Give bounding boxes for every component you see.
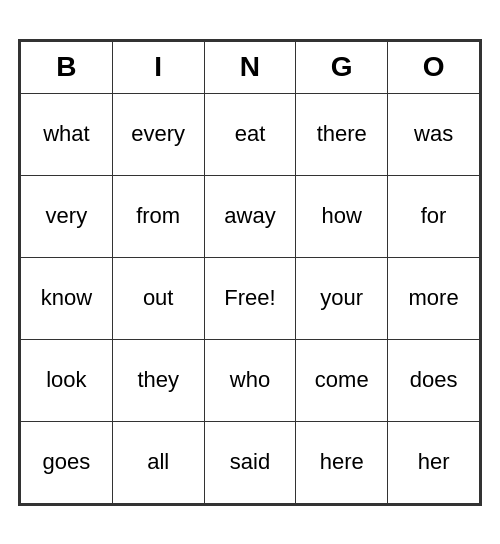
table-row: knowoutFree!yourmore xyxy=(21,257,480,339)
table-cell: here xyxy=(296,421,388,503)
table-row: whateveryeattherewas xyxy=(21,93,480,175)
table-cell: more xyxy=(388,257,480,339)
table-cell: look xyxy=(21,339,113,421)
table-cell: said xyxy=(204,421,296,503)
table-cell: there xyxy=(296,93,388,175)
table-cell: eat xyxy=(204,93,296,175)
table-cell: come xyxy=(296,339,388,421)
header-o: O xyxy=(388,41,480,93)
table-cell: who xyxy=(204,339,296,421)
table-row: goesallsaidhereher xyxy=(21,421,480,503)
bingo-card: B I N G O whateveryeattherewasveryfromaw… xyxy=(18,39,482,506)
table-cell: what xyxy=(21,93,113,175)
header-g: G xyxy=(296,41,388,93)
table-cell: they xyxy=(112,339,204,421)
table-cell: from xyxy=(112,175,204,257)
bingo-table: B I N G O whateveryeattherewasveryfromaw… xyxy=(20,41,480,504)
bingo-body: whateveryeattherewasveryfromawayhowforkn… xyxy=(21,93,480,503)
table-cell: out xyxy=(112,257,204,339)
table-cell: all xyxy=(112,421,204,503)
table-cell: was xyxy=(388,93,480,175)
table-cell: away xyxy=(204,175,296,257)
table-cell: Free! xyxy=(204,257,296,339)
table-cell: does xyxy=(388,339,480,421)
table-row: veryfromawayhowfor xyxy=(21,175,480,257)
header-n: N xyxy=(204,41,296,93)
table-cell: her xyxy=(388,421,480,503)
header-row: B I N G O xyxy=(21,41,480,93)
table-cell: every xyxy=(112,93,204,175)
table-cell: for xyxy=(388,175,480,257)
table-cell: know xyxy=(21,257,113,339)
table-cell: how xyxy=(296,175,388,257)
table-row: looktheywhocomedoes xyxy=(21,339,480,421)
table-cell: very xyxy=(21,175,113,257)
header-i: I xyxy=(112,41,204,93)
table-cell: goes xyxy=(21,421,113,503)
header-b: B xyxy=(21,41,113,93)
table-cell: your xyxy=(296,257,388,339)
